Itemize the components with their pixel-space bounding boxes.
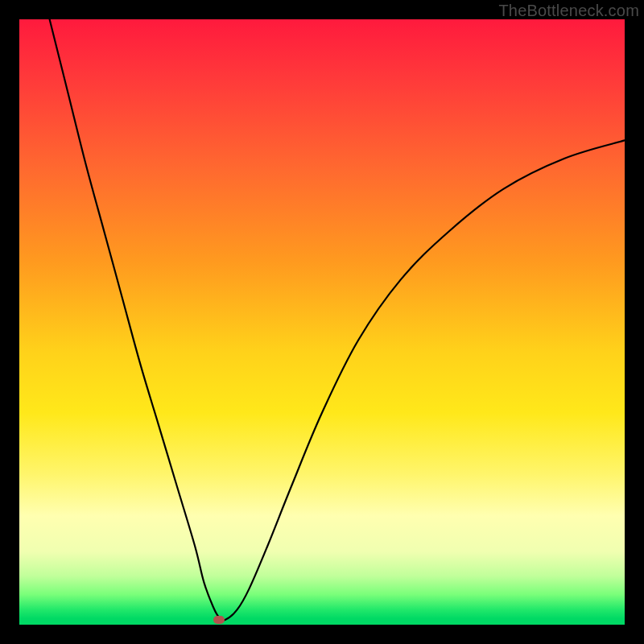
bottleneck-curve (50, 19, 625, 621)
chart-frame: TheBottleneck.com (0, 0, 644, 644)
optimal-point-marker (213, 616, 225, 624)
curve-svg (19, 19, 625, 625)
watermark-text: TheBottleneck.com (498, 2, 639, 20)
plot-area (19, 19, 625, 625)
